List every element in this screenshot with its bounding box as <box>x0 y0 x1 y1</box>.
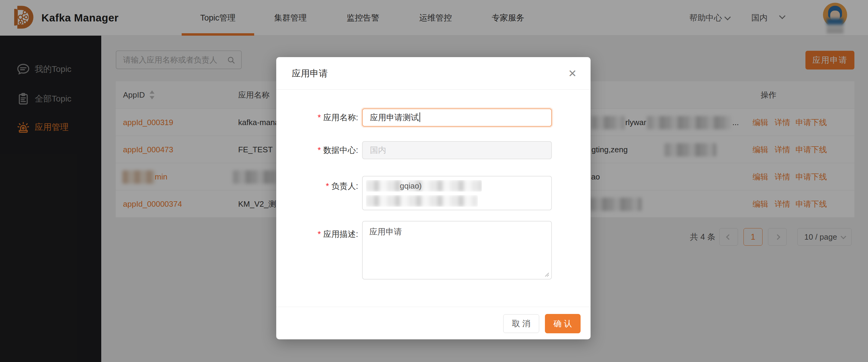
field-label: 应用名称: <box>323 113 358 122</box>
apply-app-modal: 应用申请 ✕ *应用名称: 应用申请测试 *数据中心: 国内 *负责人: <box>276 57 591 339</box>
description-textarea[interactable]: 应用申请 <box>362 221 552 279</box>
blurred-owner-tag <box>366 195 478 207</box>
owner-tag: gqiao) <box>366 180 482 192</box>
description-value: 应用申请 <box>369 227 402 236</box>
required-asterisk: * <box>326 182 329 191</box>
app-name-input[interactable]: 应用申请测试 <box>362 108 552 127</box>
owner-tag <box>366 195 478 207</box>
kafka-manager-screen: Kafka Manager Topic管理 集群管理 监控告警 运维管控 专家服… <box>0 0 868 362</box>
required-asterisk: * <box>318 113 321 122</box>
owner-tag-fragment: gqiao) <box>400 180 422 192</box>
data-center-input-disabled: 国内 <box>362 141 552 159</box>
required-asterisk: * <box>318 230 321 239</box>
modal-title: 应用申请 <box>292 57 328 90</box>
text-cursor <box>420 112 420 122</box>
modal-header: 应用申请 ✕ <box>276 57 591 90</box>
field-owners: *负责人: gqiao) <box>276 176 591 210</box>
required-asterisk: * <box>318 146 321 155</box>
confirm-button[interactable]: 确 认 <box>545 314 581 333</box>
close-icon[interactable]: ✕ <box>565 66 580 81</box>
blurred-owner-tag <box>366 180 482 192</box>
modal-footer: 取 消 确 认 <box>276 307 591 339</box>
resize-corner-icon[interactable] <box>544 271 550 277</box>
field-label: 负责人: <box>331 182 358 191</box>
app-name-value: 应用申请测试 <box>370 113 419 122</box>
field-label: 应用描述: <box>323 230 358 239</box>
cancel-button[interactable]: 取 消 <box>503 314 539 333</box>
owners-select[interactable]: gqiao) <box>362 176 552 210</box>
field-description: *应用描述: 应用申请 <box>276 221 591 279</box>
field-label: 数据中心: <box>323 146 358 155</box>
